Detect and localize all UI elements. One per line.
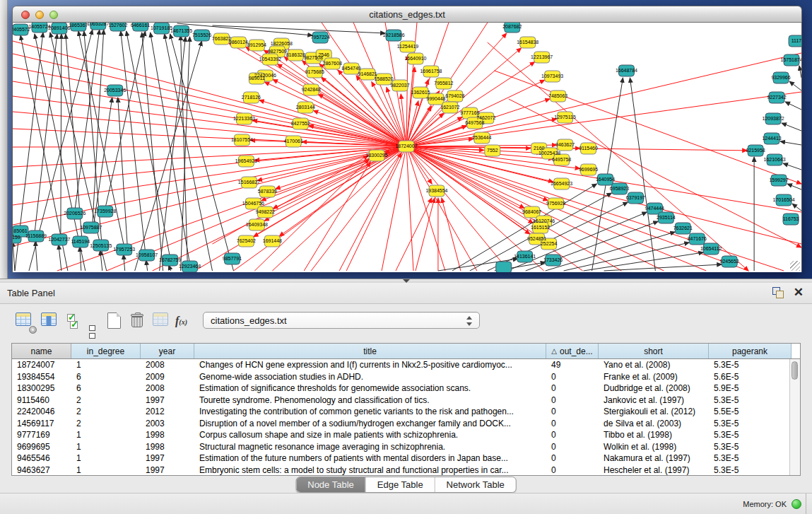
graph-node-label: 17359928 bbox=[94, 209, 116, 214]
table-cell: 14569117 bbox=[12, 418, 71, 430]
table-row[interactable]: 946362711997Embryonic stem cells: a mode… bbox=[12, 465, 800, 477]
show-columns-icon[interactable] bbox=[41, 313, 59, 331]
table-row[interactable]: 977716911998Corpus callosum shape and si… bbox=[12, 429, 800, 441]
create-table-icon[interactable] bbox=[107, 313, 126, 331]
table-cell: 2003 bbox=[141, 418, 194, 430]
table-cell: Franke et al. (2009) bbox=[599, 371, 709, 383]
graph-node-label: 9990448 bbox=[426, 96, 445, 101]
graph-node-label: 18724007 bbox=[395, 144, 417, 148]
table-row[interactable]: 911546021997Tourette syndrome. Phenomeno… bbox=[12, 395, 800, 407]
graph-node-label: 6495758 bbox=[552, 157, 571, 162]
column-header-in-degree[interactable]: in_degree bbox=[71, 344, 141, 358]
network-window-title: citations_edges.txt bbox=[13, 9, 801, 20]
graph-node-label: 989011 bbox=[249, 76, 265, 81]
column-header-title[interactable]: title bbox=[194, 344, 546, 358]
table-cell: 1998 bbox=[141, 429, 194, 441]
column-header-short[interactable]: short bbox=[599, 344, 709, 358]
column-header-pagerank[interactable]: pagerank bbox=[709, 344, 792, 358]
graph-node-label: 9684067 bbox=[522, 209, 541, 214]
table-cell: Genome-wide association studies in ADHD. bbox=[194, 371, 546, 383]
graph-node-label: 14136141 bbox=[514, 254, 536, 259]
table-row[interactable]: 1872400712008Changes of HCN gene express… bbox=[12, 359, 800, 371]
graph-node-label: 7515526 bbox=[192, 33, 211, 37]
graph-node-label: 2160 bbox=[534, 146, 545, 151]
table-cell: 0 bbox=[546, 441, 599, 453]
graph-node-label: 17016504 bbox=[773, 197, 795, 202]
column-header-label: in_degree bbox=[87, 346, 124, 356]
column-header-out-de-[interactable]: △out_de... bbox=[546, 344, 599, 358]
graph-node-label: 12042737 bbox=[48, 237, 70, 242]
column-header-label: year bbox=[159, 346, 175, 356]
table-cell: 1998 bbox=[141, 441, 194, 453]
close-panel-icon[interactable]: ✕ bbox=[794, 287, 804, 298]
table-selector-dropdown[interactable]: citations_edges.txt bbox=[203, 312, 480, 329]
table-row[interactable]: 946554611997Estimation of the future num… bbox=[12, 452, 800, 465]
rows-icon[interactable] bbox=[89, 313, 107, 331]
graph-node-label: 85061 bbox=[13, 228, 28, 233]
table-cell: 1997 bbox=[141, 465, 194, 477]
column-header-label: out_de... bbox=[560, 346, 593, 356]
table-row[interactable]: 2242004622012Investigating the contribut… bbox=[12, 406, 800, 418]
function-builder-icon[interactable]: f(x) bbox=[175, 315, 194, 333]
column-header-label: title bbox=[363, 346, 377, 356]
graph-node-label: 16648784 bbox=[616, 68, 637, 73]
graph-node-label: 11156889 bbox=[25, 233, 47, 238]
graph-node-label: 7955812 bbox=[434, 81, 453, 86]
table-row[interactable]: 969969511998Structural magnetic resonanc… bbox=[12, 441, 800, 453]
graph-edge bbox=[13, 146, 406, 147]
graph-node-label: 16782759 bbox=[159, 257, 181, 262]
graph-node-label: 16154838 bbox=[517, 40, 539, 45]
table-cell: Jankovic et al. (1997) bbox=[599, 395, 709, 407]
graph-edge bbox=[346, 146, 406, 271]
tab-network-table[interactable]: Network Table bbox=[435, 477, 516, 492]
graph-edge bbox=[13, 242, 15, 271]
graph-node-label: 6958923 bbox=[610, 186, 629, 191]
graph-node-label: 12213967 bbox=[531, 54, 553, 59]
tab-edge-table[interactable]: Edge Table bbox=[366, 477, 435, 492]
graph-node[interactable] bbox=[496, 262, 512, 272]
graph-node-label: 15751874 bbox=[781, 57, 802, 62]
network-canvas[interactable]: 2405572140557242089140618653671065328715… bbox=[12, 23, 802, 272]
graph-node-label: 9524851 bbox=[527, 236, 546, 241]
graph-node-label: 18300295 bbox=[366, 153, 388, 158]
table-cell: Changes of HCN gene expression and I(f) … bbox=[194, 359, 546, 371]
table-settings-icon[interactable] bbox=[16, 313, 34, 331]
collapsed-panel-strip[interactable] bbox=[0, 0, 8, 281]
graph-edge bbox=[212, 25, 385, 33]
graph-node-label: 6379197 bbox=[626, 195, 645, 200]
table-cell: 0 bbox=[546, 429, 599, 441]
citation-network-graph[interactable]: 2405572140557242089140618653671065328715… bbox=[13, 23, 801, 272]
table-scrollbar[interactable] bbox=[789, 359, 800, 475]
tab-node-table[interactable]: Node Table bbox=[296, 477, 366, 492]
window-resize-grip[interactable] bbox=[790, 261, 800, 271]
table-cell: 9699695 bbox=[12, 441, 71, 453]
graph-edge bbox=[319, 94, 406, 146]
table-cell: 5.3E-5 bbox=[709, 359, 792, 371]
graph-node-label: 9857791 bbox=[223, 256, 242, 261]
table-cell: 0 bbox=[546, 382, 599, 395]
column-header-year[interactable]: year bbox=[141, 344, 194, 358]
graph-node-label: 2867608 bbox=[323, 61, 342, 66]
graph-edge bbox=[13, 146, 406, 167]
graph-node-label: 1615152 bbox=[531, 225, 550, 230]
table-cell: 2 bbox=[71, 418, 141, 430]
table-row[interactable]: 1938455462009Genome-wide association stu… bbox=[12, 371, 800, 383]
graph-edge bbox=[135, 41, 202, 271]
column-header-name[interactable]: name bbox=[12, 344, 71, 358]
graph-edge bbox=[75, 30, 100, 211]
scrollbar-thumb[interactable] bbox=[792, 361, 798, 380]
table-cell: 1 bbox=[71, 359, 141, 371]
network-window-titlebar[interactable]: citations_edges.txt bbox=[12, 6, 802, 23]
table-row[interactable]: 1456911722003Disruption of a novel membe… bbox=[12, 418, 800, 430]
float-panel-icon[interactable] bbox=[772, 287, 784, 298]
table-tabs-row: Node TableEdge TableNetwork Table bbox=[0, 476, 812, 493]
graph-node-label: 19384554 bbox=[425, 188, 447, 193]
table-row[interactable]: 1830029562008Estimation of significance … bbox=[12, 382, 800, 395]
graph-node-label: 12093872 bbox=[763, 116, 784, 121]
table-cell: 9465546 bbox=[12, 452, 71, 465]
table-cell: 5.3E-5 bbox=[709, 465, 792, 477]
column-header-label: name bbox=[30, 346, 52, 356]
table-cell: 5.3E-5 bbox=[709, 418, 792, 430]
graph-node-label: 5878339 bbox=[258, 189, 277, 194]
table-cell: 6 bbox=[71, 382, 141, 395]
